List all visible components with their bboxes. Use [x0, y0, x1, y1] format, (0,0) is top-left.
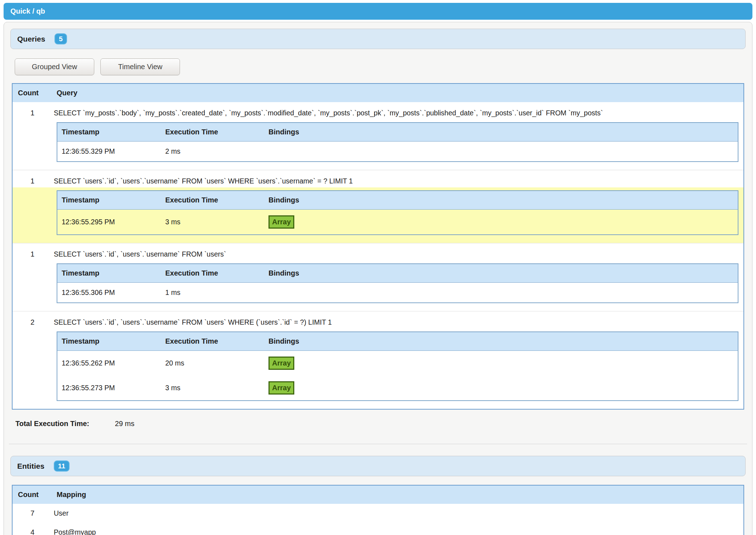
execution-row: 12:36:55.329 PM2 ms: [57, 142, 738, 162]
executions-body: 12:36:55.329 PM2 ms: [57, 142, 738, 162]
executions-table: Timestamp Execution Time Bindings 12:36:…: [57, 190, 738, 235]
executions-header-row: Timestamp Execution Time Bindings: [57, 264, 738, 283]
executions-table: Timestamp Execution Time Bindings 12:36:…: [57, 122, 738, 162]
execution-row: 12:36:55.306 PM1 ms: [57, 283, 738, 303]
timing-cell: Timestamp Execution Time Bindings 12:36:…: [12, 261, 744, 311]
executions-header-row: Timestamp Execution Time Bindings: [57, 123, 738, 142]
execution-bindings: Array: [264, 376, 738, 401]
execution-bindings: Array: [264, 351, 738, 376]
entities-table-body: 7User4Post@myapp: [12, 504, 744, 535]
execution-time: 3 ms: [161, 376, 264, 401]
queries-section-content: Grouped View Timeline View Count Query 1…: [12, 58, 744, 428]
execution-row: 12:36:55.295 PM3 msArray: [57, 210, 738, 235]
query-row: 2 SELECT `users`.`id`, `users`.`username…: [12, 311, 744, 329]
execution-row: 12:36:55.262 PM20 msArray: [57, 351, 738, 376]
entity-row: 4Post@myapp: [12, 523, 744, 535]
execution-time-column-header: Execution Time: [161, 264, 264, 283]
execution-bindings: [264, 142, 738, 162]
grouped-view-button[interactable]: Grouped View: [15, 58, 94, 75]
bindings-column-header: Bindings: [264, 123, 738, 142]
timing-row: Timestamp Execution Time Bindings 12:36:…: [12, 187, 744, 243]
execution-time: 3 ms: [161, 210, 264, 235]
execution-time-column-header: Execution Time: [161, 332, 264, 351]
query-column-header: Query: [52, 83, 744, 102]
queries-table-body: 1 SELECT `my_posts`.`body`, `my_posts`.`…: [12, 102, 744, 409]
timestamp-column-header: Timestamp: [57, 123, 161, 142]
bindings-column-header: Bindings: [264, 264, 738, 283]
executions-table: Timestamp Execution Time Bindings 12:36:…: [57, 331, 738, 401]
queries-count-badge: 5: [54, 33, 67, 44]
section-divider: [9, 444, 747, 444]
entities-count-column-header: Count: [12, 485, 52, 504]
total-execution-time: Total Execution Time: 29 ms: [15, 420, 744, 428]
execution-timestamp: 12:36:55.273 PM: [57, 376, 161, 401]
timing-row: Timestamp Execution Time Bindings 12:36:…: [12, 329, 744, 409]
total-execution-time-label: Total Execution Time:: [15, 420, 89, 427]
entities-section-title: Entities: [17, 462, 44, 470]
query-row: 1 SELECT `my_posts`.`body`, `my_posts`.`…: [12, 102, 744, 119]
entities-table: Count Mapping 7User4Post@myapp: [12, 485, 744, 535]
execution-timestamp: 12:36:55.306 PM: [57, 283, 161, 303]
entity-mapping: Post@myapp: [52, 523, 744, 535]
timing-cell: Timestamp Execution Time Bindings 12:36:…: [12, 119, 744, 170]
timeline-view-button[interactable]: Timeline View: [100, 58, 180, 75]
execution-bindings: [264, 283, 738, 303]
bindings-array-button[interactable]: Array: [268, 357, 294, 370]
executions-table: Timestamp Execution Time Bindings 12:36:…: [57, 263, 738, 303]
view-toggle-row: Grouped View Timeline View: [15, 58, 744, 75]
timestamp-column-header: Timestamp: [57, 332, 161, 351]
entities-count-badge: 11: [54, 460, 70, 472]
query-count: 1: [12, 170, 52, 188]
timestamp-column-header: Timestamp: [57, 191, 161, 210]
executions-body: 12:36:55.262 PM20 msArray12:36:55.273 PM…: [57, 351, 738, 401]
executions-body: 12:36:55.306 PM1 ms: [57, 283, 738, 303]
execution-row: 12:36:55.273 PM3 msArray: [57, 376, 738, 401]
execution-time: 1 ms: [161, 283, 264, 303]
entities-mapping-column-header: Mapping: [52, 485, 744, 504]
executions-body: 12:36:55.295 PM3 msArray: [57, 210, 738, 235]
timing-cell: Timestamp Execution Time Bindings 12:36:…: [12, 187, 744, 243]
execution-timestamp: 12:36:55.262 PM: [57, 351, 161, 376]
bindings-array-button[interactable]: Array: [268, 381, 294, 395]
query-sql: SELECT `users`.`id`, `users`.`username` …: [52, 311, 744, 329]
bindings-column-header: Bindings: [264, 191, 738, 210]
bindings-array-button[interactable]: Array: [268, 215, 294, 229]
timestamp-column-header: Timestamp: [57, 264, 161, 283]
query-row: 1 SELECT `users`.`id`, `users`.`username…: [12, 170, 744, 188]
entity-count: 4: [12, 523, 52, 535]
query-sql: SELECT `users`.`id`, `users`.`username` …: [52, 170, 744, 188]
queries-section-title: Queries: [17, 35, 45, 43]
query-count: 1: [12, 243, 52, 261]
total-execution-time-value: 29 ms: [115, 420, 134, 427]
execution-time: 20 ms: [161, 351, 264, 376]
entity-count: 7: [12, 504, 52, 523]
execution-time-column-header: Execution Time: [161, 191, 264, 210]
query-count: 1: [12, 102, 52, 119]
panel-titlebar[interactable]: Quick / qb: [4, 3, 752, 20]
queries-table: Count Query 1 SELECT `my_posts`.`body`, …: [12, 83, 744, 410]
execution-time-column-header: Execution Time: [161, 123, 264, 142]
execution-timestamp: 12:36:55.295 PM: [57, 210, 161, 235]
entities-section-header[interactable]: Entities 11: [10, 456, 746, 476]
execution-time: 2 ms: [161, 142, 264, 162]
count-column-header: Count: [12, 83, 52, 102]
entity-row: 7User: [12, 504, 744, 523]
execution-timestamp: 12:36:55.329 PM: [57, 142, 161, 162]
query-count: 2: [12, 311, 52, 329]
execution-bindings: Array: [264, 210, 738, 235]
query-row: 1 SELECT `users`.`id`, `users`.`username…: [12, 243, 744, 261]
debugger-panel: Queries 5 Grouped View Timeline View Cou…: [4, 22, 752, 535]
timing-row: Timestamp Execution Time Bindings 12:36:…: [12, 119, 744, 170]
query-sql: SELECT `my_posts`.`body`, `my_posts`.`cr…: [52, 102, 744, 119]
entity-mapping: User: [52, 504, 744, 523]
bindings-column-header: Bindings: [264, 332, 738, 351]
queries-table-header-row: Count Query: [12, 83, 744, 102]
executions-header-row: Timestamp Execution Time Bindings: [57, 191, 738, 210]
query-sql: SELECT `users`.`id`, `users`.`username` …: [52, 243, 744, 261]
entities-table-header-row: Count Mapping: [12, 485, 744, 504]
queries-section-header[interactable]: Queries 5: [10, 29, 746, 49]
executions-header-row: Timestamp Execution Time Bindings: [57, 332, 738, 351]
timing-row: Timestamp Execution Time Bindings 12:36:…: [12, 261, 744, 311]
timing-cell: Timestamp Execution Time Bindings 12:36:…: [12, 329, 744, 409]
entities-section-content: Count Mapping 7User4Post@myapp: [12, 485, 744, 535]
